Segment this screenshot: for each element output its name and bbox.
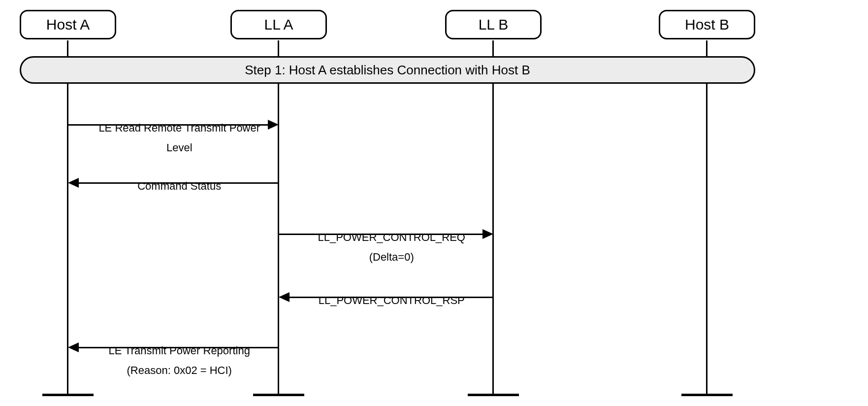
participant-host-a: Host A [20,10,116,39]
message-label: (Reason: 0x02 = HCI) [68,350,279,391]
participant-label: LL B [479,16,509,33]
message-label: (Delta=0) [279,237,492,277]
arrow-head-icon [279,292,289,302]
lifeline-end [468,394,519,396]
participant-ll-b: LL B [445,10,542,39]
message-arrow [289,297,493,298]
lifeline-end [681,394,733,396]
lifeline-ll-b [492,40,494,394]
participant-host-b: Host B [659,10,755,39]
lifeline-end [42,394,94,396]
message-label: LL_POWER_CONTROL_RSP [279,280,492,321]
step-bar: Step 1: Host A establishes Connection wi… [20,56,755,84]
message-arrow [68,124,268,126]
message-arrow [79,182,279,184]
participant-label: Host B [685,16,729,33]
message-label: Command Status [68,166,279,206]
participant-label: LL A [264,16,293,33]
message-arrow [79,347,279,348]
step-bar-label: Step 1: Host A establishes Connection wi… [245,63,530,78]
participant-ll-a: LL A [230,10,327,39]
sequence-diagram: Host A LL A LL B Host B Step 1: Host A e… [10,10,858,396]
lifeline-end [253,394,304,396]
message-label: Level [68,127,279,168]
lifeline-host-b [706,40,707,394]
participant-label: Host A [46,16,90,33]
arrow-head-icon [68,178,79,188]
message-arrow [279,234,482,235]
